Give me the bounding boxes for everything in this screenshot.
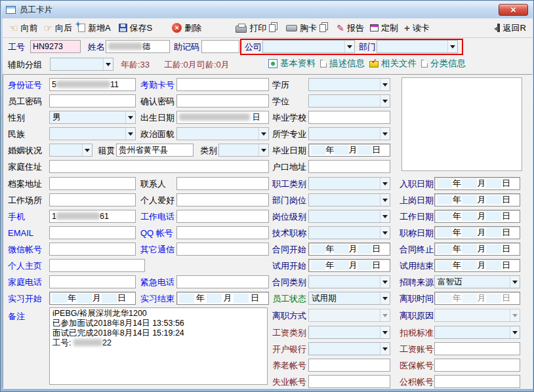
- wechat-input[interactable]: [49, 243, 136, 256]
- mnemonic-input[interactable]: [201, 40, 239, 53]
- tab-description[interactable]: 描述信息: [320, 58, 365, 69]
- contract-type-select[interactable]: [308, 275, 390, 288]
- chevron-down-icon[interactable]: [125, 111, 135, 123]
- salary-category-select[interactable]: [308, 326, 390, 339]
- native-place-input[interactable]: 贵州省黄平县: [116, 144, 194, 157]
- close-button[interactable]: [499, 4, 528, 16]
- fund-account-input[interactable]: [434, 375, 520, 388]
- emp-no-input[interactable]: HN9273: [30, 40, 81, 53]
- recruit-source-select[interactable]: 富智迈: [434, 275, 520, 288]
- save-button[interactable]: 保存S: [119, 22, 153, 34]
- political-select[interactable]: [176, 127, 269, 140]
- contract-end-field[interactable]: 年月日: [434, 243, 520, 256]
- title-date-field[interactable]: 年月日: [434, 226, 520, 239]
- emp-status-select[interactable]: 试用期: [308, 292, 390, 305]
- chevron-down-icon[interactable]: [258, 128, 268, 140]
- chevron-down-icon[interactable]: [103, 58, 113, 70]
- work-date-field[interactable]: 年月日: [434, 210, 520, 223]
- back-button[interactable]: 返回R: [491, 22, 526, 34]
- chevron-down-icon[interactable]: [380, 210, 390, 222]
- birth-date-input[interactable]: 日: [176, 111, 269, 124]
- name-input[interactable]: 德: [106, 40, 170, 53]
- department-select[interactable]: [377, 40, 458, 53]
- chevron-down-icon[interactable]: [447, 41, 457, 52]
- onboard-date-field[interactable]: 年月日: [434, 193, 520, 206]
- homepage-input[interactable]: [49, 259, 145, 272]
- workplace-input[interactable]: [49, 193, 136, 206]
- chevron-down-icon[interactable]: [380, 194, 390, 206]
- gender-select[interactable]: 男: [49, 111, 136, 124]
- chevron-down-icon[interactable]: [380, 326, 390, 338]
- chevron-down-icon[interactable]: [125, 128, 135, 140]
- intern-start-field[interactable]: 年月日: [49, 292, 136, 305]
- other-contact-input[interactable]: [176, 243, 269, 256]
- read-card-button[interactable]: 读卡: [404, 22, 430, 34]
- print-button[interactable]: 打印: [236, 22, 266, 34]
- company-select[interactable]: [262, 40, 355, 53]
- tab-related-files[interactable]: 相关文件: [369, 58, 417, 69]
- chevron-down-icon[interactable]: [380, 95, 390, 107]
- chevron-down-icon[interactable]: [380, 276, 390, 288]
- confirm-password-input[interactable]: [176, 94, 269, 108]
- prev-button[interactable]: 向前: [9, 22, 37, 34]
- chevron-down-icon[interactable]: [510, 326, 520, 338]
- ethnicity-select[interactable]: [49, 127, 136, 140]
- print-preview-button[interactable]: [269, 24, 276, 32]
- pension-account-input[interactable]: [308, 359, 390, 372]
- contact-input[interactable]: [176, 177, 269, 190]
- tech-title-select[interactable]: [308, 226, 390, 239]
- education-select[interactable]: [308, 78, 390, 91]
- next-button[interactable]: 向后: [43, 22, 72, 34]
- chevron-down-icon[interactable]: [380, 343, 390, 355]
- contract-start-field[interactable]: 年月日: [308, 243, 390, 256]
- chevron-down-icon[interactable]: [82, 144, 92, 156]
- tax-standard-select[interactable]: [434, 326, 520, 339]
- file-address-input[interactable]: [49, 177, 136, 190]
- intern-end-field[interactable]: 年月日: [176, 292, 269, 305]
- probation-start-field[interactable]: 年月日: [308, 259, 390, 272]
- dept-position-select[interactable]: [308, 193, 390, 206]
- aux-group-select[interactable]: [50, 58, 113, 71]
- unemployment-account-input[interactable]: [308, 375, 390, 388]
- emergency-phone-input[interactable]: [176, 275, 269, 288]
- tab-basic-info[interactable]: 基本资料: [268, 58, 316, 69]
- delete-button[interactable]: 删除: [172, 22, 201, 34]
- graduation-date-field[interactable]: 年月日: [308, 144, 390, 157]
- chevron-down-icon[interactable]: [258, 144, 268, 156]
- category-select[interactable]: [218, 144, 269, 157]
- degree-select[interactable]: [308, 94, 390, 108]
- home-phone-input[interactable]: [49, 275, 136, 288]
- school-input[interactable]: [308, 111, 390, 124]
- registered-address-input[interactable]: [308, 160, 390, 173]
- hire-date-field[interactable]: 年月日: [434, 177, 520, 190]
- marital-select[interactable]: [49, 144, 92, 157]
- chevron-down-icon[interactable]: [510, 276, 520, 288]
- medical-account-input[interactable]: [434, 359, 520, 372]
- id-card-input[interactable]: 511: [49, 78, 136, 91]
- tab-classification[interactable]: 分类信息: [421, 58, 466, 69]
- badge-button[interactable]: 胸卡: [286, 22, 317, 34]
- remark-textarea[interactable]: iPEBG/裕展深圳龙华1200 已参加面试2018年8月14日 13:53:5…: [49, 307, 268, 385]
- position-level-select[interactable]: [308, 210, 390, 223]
- customize-button[interactable]: 定制: [370, 22, 398, 34]
- probation-end-field[interactable]: 年月日: [434, 259, 520, 272]
- chevron-down-icon[interactable]: [344, 41, 354, 52]
- chevron-down-icon[interactable]: [380, 178, 390, 189]
- chevron-down-icon[interactable]: [380, 227, 390, 239]
- badge-preview-button[interactable]: [319, 24, 326, 32]
- attendance-card-input[interactable]: [176, 78, 269, 91]
- email-input[interactable]: [49, 226, 136, 239]
- major-select[interactable]: [308, 127, 390, 140]
- chevron-down-icon[interactable]: [380, 79, 390, 90]
- worker-category-select[interactable]: [308, 177, 390, 190]
- report-button[interactable]: 报告: [337, 22, 364, 34]
- bank-select[interactable]: [308, 342, 390, 355]
- mobile-input[interactable]: 161: [49, 210, 136, 223]
- work-phone-input[interactable]: [176, 210, 269, 223]
- add-button[interactable]: 新增A: [78, 22, 111, 34]
- home-address-input[interactable]: [49, 160, 269, 173]
- chevron-down-icon[interactable]: [380, 292, 390, 304]
- salary-account-input[interactable]: [434, 342, 520, 355]
- qq-input[interactable]: [176, 226, 269, 239]
- chevron-down-icon[interactable]: [380, 128, 390, 140]
